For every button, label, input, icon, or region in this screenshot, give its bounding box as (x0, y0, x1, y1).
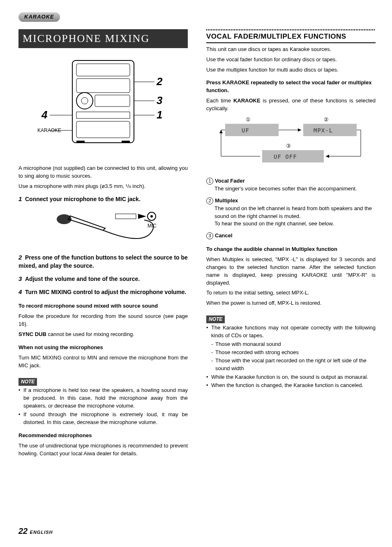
step-4-num: 4 (18, 288, 22, 295)
circle-1-icon: 1 (206, 178, 213, 185)
svg-rect-7 (76, 121, 130, 138)
step-2-text: Press one of the function buttons to sel… (18, 254, 188, 269)
vocal-fader-title: VOCAL FADER/MULTIPLEX FUNCTIONS (206, 32, 376, 44)
circle-3-icon: 3 (206, 232, 213, 239)
recmic-body: The use of unidirectional type microphon… (18, 442, 188, 458)
step-4: 4 Turn MIC MIXING control to adjust the … (18, 287, 188, 297)
callout-3: 3 (157, 94, 163, 107)
callout-4: 4 (41, 109, 48, 121)
step-3-num: 3 (18, 275, 22, 282)
r-intro-1: This unit can use discs or tapes as Kara… (206, 46, 376, 53)
step-3-text: Adjust the volume and tone of the source… (25, 276, 140, 282)
cycle-d1: UF (242, 127, 249, 134)
r-note-lead: The Karaoke functions may not operate co… (206, 324, 376, 340)
def-multiplex-desc1: The sound on the left channel is heard f… (214, 205, 376, 220)
change-heading: To change the audible channel in Multipl… (206, 246, 376, 253)
r-intro-3: Use the multiplex function for multi aud… (206, 66, 376, 74)
record-body1: Follow the procedure for recording from … (18, 313, 188, 328)
svg-marker-23 (298, 128, 301, 132)
change-body1: When Multiplex is selected, "MPX -L" is … (206, 256, 376, 287)
callout-2: 2 (156, 75, 163, 88)
svg-marker-26 (326, 155, 329, 158)
r-note-2: While the Karaoke function is on, the so… (206, 373, 376, 381)
cycle-d2: MPX-L (314, 127, 333, 134)
recmic-heading: Recommended microphones (18, 432, 188, 440)
def-vocal-fader-desc: The singer's voice becomes softer than t… (214, 185, 376, 193)
nouse-body: Turn MIC MIXING control to MIN and remov… (18, 354, 188, 370)
cycle-figure: ① ② UF MPX-L ③ UF OFF (206, 116, 376, 172)
def-vocal-fader: 1Vocal Fader The singer's voice becomes … (206, 177, 376, 193)
intro-p2: Use a microphone with mini plugs (ø3.5 m… (18, 183, 188, 190)
title-ornament (206, 29, 376, 30)
svg-marker-17 (138, 214, 146, 219)
svg-rect-2 (76, 79, 130, 93)
microphone-mixing-banner: MICROPHONE MIXING (18, 29, 188, 48)
callout-1: 1 (157, 109, 162, 121)
step-2-num: 2 (18, 254, 22, 261)
press-heading: Press KARAOKE repeatedly to select the v… (206, 79, 376, 95)
right-column: VOCAL FADER/MULTIPLEX FUNCTIONS This uni… (206, 29, 376, 460)
step-1-num: 1 (18, 195, 22, 202)
note-badge-right: NOTE (206, 315, 225, 323)
change-body3: When the power is turned off, MPX-L is r… (206, 299, 376, 307)
r-note-3: When the function is changed, the Karaok… (206, 382, 376, 389)
svg-point-19 (150, 215, 153, 218)
note-badge-left: NOTE (18, 378, 37, 386)
callout-karaoke-label: KARAOKE (37, 127, 61, 133)
svg-point-4 (81, 97, 88, 104)
karaoke-badge: KARAOKE (18, 12, 60, 22)
step-3: 3 Adjust the volume and tone of the sour… (18, 274, 188, 283)
record-heading: To record microphone sound mixed with so… (18, 302, 188, 310)
svg-marker-25 (219, 130, 223, 133)
press-body: Each time KARAOKE is pressed, one of the… (206, 97, 376, 113)
step-1-text: Connect your microphone to the MIC jack. (25, 196, 141, 202)
cycle-c1: ① (246, 116, 251, 123)
left-note-2: If sound through the microphone is extre… (18, 411, 188, 426)
def-multiplex: 2Multiplex The sound on the left channel… (206, 197, 376, 228)
svg-rect-5 (95, 95, 130, 107)
stereo-figure: 2 3 1 4 KARAOKE (18, 52, 188, 158)
svg-rect-1 (76, 64, 130, 76)
svg-rect-20 (225, 124, 279, 136)
cycle-c3: ③ (286, 143, 291, 149)
mic-figure: MIC (18, 208, 188, 247)
mic-jack-label: MIC (148, 223, 157, 229)
r-note-sub2: Those recorded with strong echoes (206, 349, 376, 357)
cycle-d3: UF OFF (274, 153, 297, 160)
step-2: 2 Press one of the function buttons to s… (18, 253, 188, 271)
step-4-text: Turn MIC MIXING control to adjust the mi… (25, 289, 187, 295)
r-intro-2: Use the vocal fader function for ordinar… (206, 56, 376, 64)
svg-point-3 (76, 93, 93, 109)
r-note-sub3: Those with the vocal part recorded on th… (206, 357, 376, 373)
record-body2: SYNC DUB cannot be used for mixing recor… (18, 331, 188, 338)
r-note-sub1: Those with monaural sound (206, 341, 376, 348)
def-multiplex-desc2: To hear the sound on the right channel, … (214, 220, 376, 228)
left-column: MICROPHONE MIXING 2 (18, 29, 188, 460)
intro-p1: A microphone (not supplied) can be conne… (18, 165, 188, 180)
left-note-1: If a microphone is held too near the spe… (18, 387, 188, 410)
circle-2-icon: 2 (206, 197, 213, 204)
svg-rect-16 (115, 214, 136, 219)
svg-rect-8 (76, 141, 85, 143)
svg-rect-9 (122, 141, 130, 143)
step-1: 1 Connect your microphone to the MIC jac… (18, 195, 188, 204)
def-cancel: 3Cancel (206, 232, 376, 240)
nouse-heading: When not using the microphones (18, 344, 188, 352)
svg-rect-6 (76, 112, 130, 118)
change-body2: To return to the initial setting, select… (206, 289, 376, 297)
cycle-c2: ② (324, 116, 329, 123)
